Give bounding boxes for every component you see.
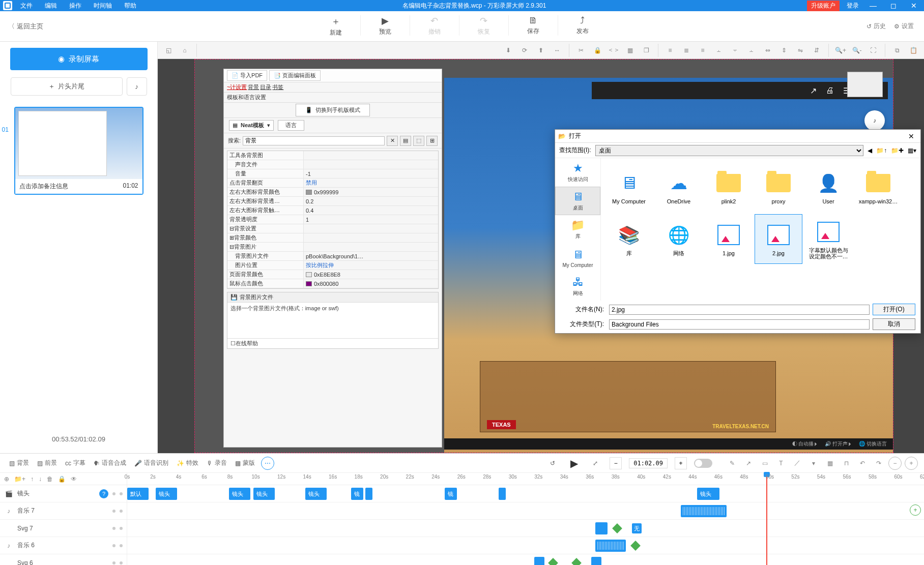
file-库[interactable]: 📚库 bbox=[605, 214, 653, 264]
rh-up-icon[interactable]: ↑ bbox=[31, 475, 34, 483]
dialog-cancel-button[interactable]: 取消 bbox=[873, 318, 915, 330]
tab-bookmark[interactable]: 书签 bbox=[272, 83, 283, 91]
file-plink2[interactable]: plink2 bbox=[705, 162, 753, 212]
clip[interactable]: 默认 bbox=[127, 488, 149, 500]
prop-row[interactable]: 左右大图标背景颜色0x999999 bbox=[227, 188, 438, 197]
file-My Computer[interactable]: 🖥My Computer bbox=[605, 162, 653, 212]
tl-undo2-icon[interactable]: ↶ bbox=[856, 457, 869, 470]
clip[interactable] bbox=[591, 557, 601, 565]
ct-home-icon[interactable]: ⌂ bbox=[178, 44, 191, 57]
tl-arrow-icon[interactable]: ↗ bbox=[742, 457, 755, 470]
clip[interactable]: 镜头 bbox=[305, 488, 327, 500]
tl-more-button[interactable]: ⋯ bbox=[261, 457, 274, 470]
toolbar-预览[interactable]: ▶预览 bbox=[369, 15, 401, 37]
ct-fit-icon[interactable]: ⛶ bbox=[867, 44, 880, 57]
ct-valign-bot-icon[interactable]: ⫠ bbox=[745, 44, 758, 57]
rh-eye-icon[interactable]: 👁 bbox=[71, 475, 77, 483]
lang-toggle[interactable]: 🌐 切换语言 bbox=[859, 440, 887, 448]
tl-tool-前景[interactable]: ▨前景 bbox=[34, 459, 60, 467]
places-桌面[interactable]: 🖥桌面 bbox=[555, 187, 600, 215]
dlg-newfolder-icon[interactable]: 📁✚ bbox=[891, 147, 904, 154]
property-grid[interactable]: 工具条背景图 声音文件 音量-1点击背景翻页禁用左右大图标背景颜色0x99999… bbox=[227, 151, 439, 289]
ct-paste-icon[interactable]: 📋 bbox=[907, 44, 920, 57]
clip[interactable]: 镜 bbox=[351, 488, 363, 500]
clip[interactable]: 镜头 bbox=[229, 488, 250, 500]
tl-dropdown-icon[interactable]: ▾ bbox=[807, 457, 820, 470]
tab-design[interactable]: ~计设置 bbox=[227, 83, 247, 91]
audio-clip[interactable] bbox=[595, 540, 626, 552]
clip[interactable] bbox=[595, 522, 608, 534]
neat-template-select[interactable]: ▦ Neat模板 ▾ bbox=[229, 120, 274, 131]
file-网络[interactable]: 🌐网络 bbox=[655, 214, 703, 264]
music-fab[interactable]: ♪ bbox=[864, 110, 885, 131]
back-home[interactable]: 〈 返回主页 bbox=[0, 22, 51, 31]
clip[interactable] bbox=[534, 557, 544, 565]
online-help-check[interactable]: ☐在线帮助 bbox=[227, 338, 438, 348]
places-快速访问[interactable]: ★快速访问 bbox=[555, 158, 600, 187]
prop-tool-2[interactable]: ⬚ bbox=[413, 136, 424, 146]
ct-align-center-icon[interactable]: ≣ bbox=[680, 44, 693, 57]
tl-tool-背景[interactable]: ▧背景 bbox=[6, 459, 32, 467]
filename-input[interactable] bbox=[609, 305, 870, 315]
file-1.jpg[interactable]: 1.jpg bbox=[705, 214, 753, 264]
ct-flip-v-icon[interactable]: ⇵ bbox=[810, 44, 823, 57]
tl-tool-蒙版[interactable]: ▩蒙版 bbox=[232, 459, 258, 467]
places-My Computer[interactable]: 🖥My Computer bbox=[555, 244, 600, 272]
ct-download-icon[interactable]: ⬇ bbox=[502, 44, 515, 57]
tl-expand-button[interactable]: ⤢ bbox=[588, 460, 602, 467]
upgrade-button[interactable]: 升级账户 bbox=[807, 1, 840, 11]
prop-row[interactable]: ⊞背景颜色 bbox=[227, 233, 438, 243]
tl-text-icon[interactable]: T bbox=[774, 457, 788, 470]
dialog-open-button[interactable]: 打开(O) bbox=[873, 304, 915, 315]
ct-align-right-icon[interactable]: ≡ bbox=[696, 44, 709, 57]
rh-del-icon[interactable]: 🗑 bbox=[47, 475, 53, 483]
track-add-button[interactable]: + bbox=[910, 504, 921, 516]
file-OneDrive[interactable]: ☁OneDrive bbox=[655, 162, 703, 212]
prop-row[interactable]: ⊟背景设置 bbox=[227, 224, 438, 233]
ct-dist-h-icon[interactable]: ⇔ bbox=[761, 44, 774, 57]
keyframe[interactable] bbox=[548, 558, 558, 565]
dialog-close-button[interactable]: ✕ bbox=[905, 132, 917, 140]
places-库[interactable]: 📁库 bbox=[555, 215, 600, 244]
clip[interactable]: 镜头 bbox=[697, 488, 719, 500]
tl-redo2-icon[interactable]: ↷ bbox=[872, 457, 885, 470]
file-xampp-win32…[interactable]: xampp-win32… bbox=[854, 162, 902, 212]
ct-copy-icon[interactable]: ⧉ bbox=[890, 44, 904, 57]
prop-tool-1[interactable]: ▤ bbox=[400, 136, 411, 146]
audio-clip[interactable] bbox=[681, 505, 727, 517]
keyframe[interactable] bbox=[630, 541, 641, 551]
minimize-button[interactable]: — bbox=[863, 2, 883, 10]
import-pdf-button[interactable]: 📄 导入PDF bbox=[227, 70, 267, 81]
file-字幕默认颜色与设定颜色不一…[interactable]: 字幕默认颜色与设定颜色不一… bbox=[804, 214, 852, 264]
tl-tool-录音[interactable]: 🎙录音 bbox=[204, 459, 230, 467]
tab-toc[interactable]: 目录 bbox=[260, 83, 271, 91]
toolbar-保存[interactable]: 🗎保存 bbox=[517, 15, 550, 37]
clear-search-button[interactable]: ✕ bbox=[387, 136, 398, 146]
ct-lock-icon[interactable]: 🔒 bbox=[591, 44, 604, 57]
clip[interactable]: 无 bbox=[632, 523, 642, 533]
tl-snap-toggle[interactable] bbox=[694, 459, 712, 468]
rh-folder-icon[interactable]: 📁+ bbox=[14, 475, 25, 483]
ct-zoom-out-icon[interactable]: 🔍- bbox=[850, 44, 863, 57]
rh-down-icon[interactable]: ↓ bbox=[39, 475, 42, 483]
prop-row[interactable]: 鼠标点击颜色0x800080 bbox=[227, 279, 438, 288]
ct-valign-top-icon[interactable]: ⫠ bbox=[712, 44, 726, 57]
prop-row[interactable]: 图片位置按比例拉伸 bbox=[227, 261, 438, 270]
prop-row[interactable]: 页面背景颜色0xE8E8E8 bbox=[227, 270, 438, 279]
dlg-view-icon[interactable]: ▦▾ bbox=[908, 147, 916, 154]
places-网络[interactable]: 🖧网络 bbox=[555, 272, 600, 301]
prop-row[interactable]: 工具条背景图 bbox=[227, 151, 438, 160]
prop-row[interactable]: 点击背景翻页禁用 bbox=[227, 179, 438, 188]
menu-help[interactable]: 帮助 bbox=[119, 1, 141, 11]
clip[interactable] bbox=[499, 488, 506, 500]
track-help-icon[interactable]: ? bbox=[99, 489, 108, 498]
scene-thumbnail[interactable]: 点击添加备注信息 01:02 bbox=[14, 107, 143, 195]
dlg-back-icon[interactable]: ◀ bbox=[868, 147, 872, 154]
prop-row[interactable]: 背景透明度1 bbox=[227, 215, 438, 224]
maximize-button[interactable]: ◻ bbox=[883, 2, 904, 10]
tl-play-button[interactable]: ▶ bbox=[567, 457, 581, 469]
tl-tool-字幕[interactable]: cc字幕 bbox=[62, 459, 89, 467]
tl-time-minus[interactable]: − bbox=[610, 457, 622, 469]
ct-upload-icon[interactable]: ⬆ bbox=[534, 44, 547, 57]
ct-zoom-in-icon[interactable]: 🔍+ bbox=[834, 44, 847, 57]
